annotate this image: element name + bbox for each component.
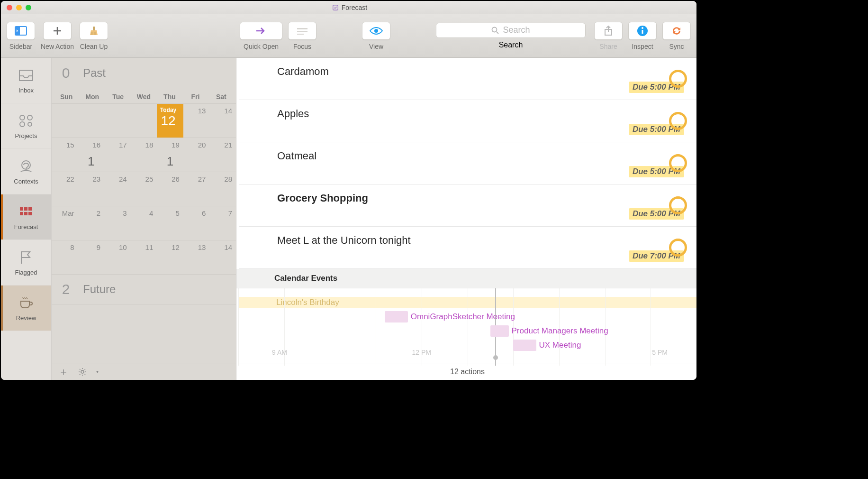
sidebar-button[interactable] xyxy=(7,22,35,40)
contexts-icon xyxy=(18,158,35,175)
sync-button[interactable] xyxy=(662,22,691,40)
task-row[interactable]: ApplesDue 5:00 PM xyxy=(239,100,696,142)
new-action-button[interactable] xyxy=(43,22,72,40)
perspective-inbox[interactable]: Inbox xyxy=(1,58,51,103)
calendar-day[interactable]: 5 xyxy=(157,206,183,240)
toolbar: Sidebar New Action Clean Up Qu xyxy=(1,14,696,58)
svg-rect-19 xyxy=(24,207,27,211)
calendar-day[interactable]: Today12 xyxy=(157,103,183,138)
svg-rect-21 xyxy=(20,212,23,215)
calendar-day[interactable]: 20 xyxy=(183,138,210,172)
calendar-day[interactable]: 3 xyxy=(104,206,131,240)
calendar-day[interactable] xyxy=(131,103,157,138)
minimize-window-button[interactable] xyxy=(16,5,22,10)
close-window-button[interactable] xyxy=(7,5,12,10)
calendar-event[interactable]: OmniGraphSketcher Meeting xyxy=(385,311,407,322)
calendar-day[interactable]: 14 xyxy=(209,103,236,138)
calendar-day[interactable]: 4 xyxy=(131,206,157,240)
status-bar: 12 actions xyxy=(238,363,696,380)
inspect-button[interactable] xyxy=(628,22,657,40)
view-button[interactable] xyxy=(362,22,390,40)
task-status-circle[interactable] xyxy=(669,196,687,214)
svg-point-16 xyxy=(28,122,32,126)
calendar-event[interactable]: Product Managers Meeting xyxy=(490,325,509,337)
svg-rect-4 xyxy=(297,28,307,29)
search-label: Search xyxy=(499,41,523,49)
sync-label: Sync xyxy=(669,43,684,50)
perspective-flagged[interactable]: Flagged xyxy=(1,240,51,286)
calendar-day[interactable]: 6 xyxy=(183,206,210,240)
task-status-circle[interactable] xyxy=(669,112,687,130)
svg-rect-6 xyxy=(297,34,304,35)
view-label: View xyxy=(369,43,383,50)
task-status-circle[interactable] xyxy=(669,239,687,257)
calendar-day[interactable]: 17 xyxy=(104,138,131,172)
future-row[interactable]: 2 Future xyxy=(52,274,236,304)
calendar-day[interactable] xyxy=(78,103,105,138)
task-title: Cardamom xyxy=(277,65,684,78)
perspective-projects[interactable]: Projects xyxy=(1,103,51,149)
add-button[interactable]: ＋ xyxy=(58,365,69,379)
calendar-footer: ＋ ▾ xyxy=(52,363,236,380)
calendar-day[interactable]: 28 xyxy=(209,172,236,206)
calendar-day[interactable]: Mar xyxy=(52,206,78,240)
calendar-day[interactable]: 191 xyxy=(157,138,183,172)
calendar-day[interactable] xyxy=(104,103,131,138)
calendar-day[interactable]: 2 xyxy=(78,206,105,240)
share-button[interactable] xyxy=(594,22,623,40)
perspective-contexts[interactable]: Contexts xyxy=(1,149,51,194)
task-row[interactable]: OatmealDue 5:00 PM xyxy=(239,142,696,184)
calendar-day[interactable]: 13 xyxy=(183,240,210,274)
task-status-circle[interactable] xyxy=(669,70,687,88)
calendar-day[interactable]: 7 xyxy=(209,206,236,240)
calendar-day[interactable]: 14 xyxy=(209,240,236,274)
titlebar: Forecast xyxy=(1,1,696,14)
inspect-label: Inspect xyxy=(632,43,653,50)
task-title: Meet L at the Unicorn tonight xyxy=(277,234,684,247)
calendar-day[interactable]: 22 xyxy=(52,172,78,206)
calendar-day[interactable]: 8 xyxy=(52,240,78,274)
calendar-day[interactable]: 161 xyxy=(78,138,105,172)
calendar-day[interactable]: 9 xyxy=(78,240,105,274)
calendar-day[interactable]: 23 xyxy=(78,172,105,206)
task-row[interactable]: Meet L at the Unicorn tonightDue 7:00 PM xyxy=(239,227,696,269)
gear-icon[interactable] xyxy=(78,368,87,376)
calendar-day[interactable]: 18 xyxy=(131,138,157,172)
calendar-grid: Today12131415161171819120212223242526272… xyxy=(52,103,236,274)
clean-up-button[interactable] xyxy=(80,22,108,40)
calendar-day[interactable]: 13 xyxy=(183,103,210,138)
svg-rect-20 xyxy=(28,207,32,211)
search-input[interactable]: Search xyxy=(436,23,586,38)
past-row[interactable]: 0 Past xyxy=(52,58,236,88)
calendar-day[interactable] xyxy=(52,103,78,138)
task-row[interactable]: Grocery ShoppingDue 5:00 PM xyxy=(239,184,696,227)
calendar-day[interactable]: 24 xyxy=(104,172,131,206)
calendar-day[interactable]: 11 xyxy=(131,240,157,274)
projects-icon xyxy=(18,112,35,129)
task-row[interactable]: CardamomDue 5:00 PM xyxy=(239,58,696,100)
svg-point-12 xyxy=(642,27,643,29)
main-content: CardamomDue 5:00 PMApplesDue 5:00 PMOatm… xyxy=(236,58,696,380)
quick-open-button[interactable] xyxy=(240,22,282,40)
calendar-day[interactable]: 21 xyxy=(209,138,236,172)
svg-point-14 xyxy=(27,115,32,120)
forecast-calendar-panel: 0 Past SunMonTueWedThuFriSat Today121314… xyxy=(52,58,236,380)
task-status-circle[interactable] xyxy=(669,154,687,172)
task-title: Oatmeal xyxy=(277,150,684,162)
perspective-review[interactable]: Review xyxy=(1,286,51,331)
calendar-events-header: Calendar Events xyxy=(236,269,696,288)
calendar-day[interactable]: 10 xyxy=(104,240,131,274)
calendar-day[interactable]: 25 xyxy=(131,172,157,206)
calendar-day[interactable]: 15 xyxy=(52,138,78,172)
perspective-forecast[interactable]: Forecast xyxy=(1,194,51,240)
calendar-day[interactable]: 26 xyxy=(157,172,183,206)
calendar-day[interactable]: 12 xyxy=(157,240,183,274)
window-controls xyxy=(1,5,31,10)
calendar-day[interactable]: 27 xyxy=(183,172,210,206)
focus-button[interactable] xyxy=(288,22,316,40)
sidebar-button-label: Sidebar xyxy=(9,43,32,50)
search-icon xyxy=(491,27,499,34)
flag-icon xyxy=(18,249,35,266)
zoom-window-button[interactable] xyxy=(26,5,31,10)
svg-rect-5 xyxy=(297,31,307,32)
